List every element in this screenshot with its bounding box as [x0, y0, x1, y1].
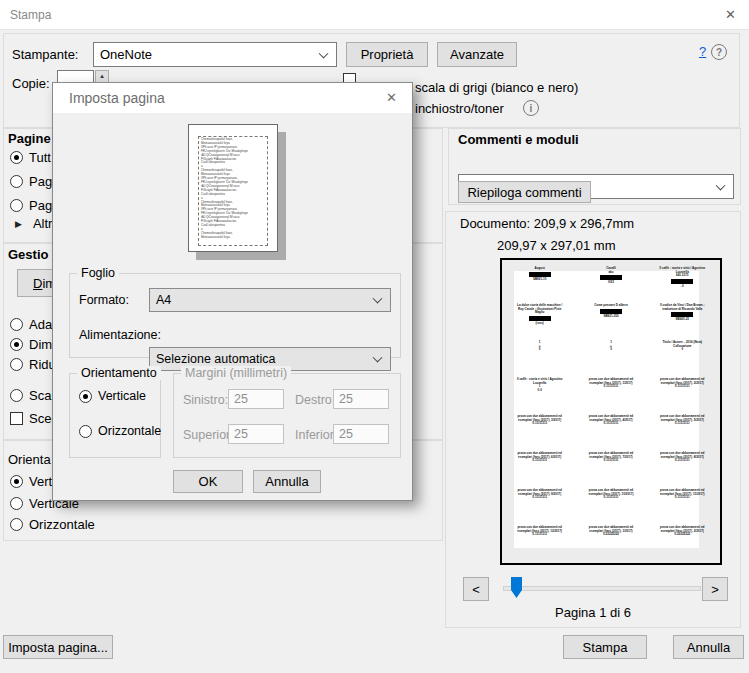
barcode-bar	[529, 272, 551, 277]
sizing-option-shrink[interactable]: Ridu	[10, 357, 56, 372]
orientation-option-landscape[interactable]: Orizzontale	[10, 517, 95, 532]
copies-label: Copie:	[12, 76, 50, 91]
preview-label-cell: 1+0	[575, 340, 646, 377]
comments-group-title: Commenti e moduli	[458, 132, 579, 147]
orientation-option-auto[interactable]: Vert	[10, 474, 52, 489]
radio-icon	[10, 175, 23, 188]
preview-label-cell: Il codice da Vinci / Dan Brown ;traduzio…	[647, 303, 718, 340]
margins-group-box: Margini (millimetri)	[173, 373, 401, 458]
orientation-group-title: Orienta	[8, 452, 51, 467]
preview-label-cell: prova con due abbonamenti edesemplari (f…	[504, 414, 575, 451]
page-thumbnail-margins: Chemarilesapatkil fiase,Meieaaisasraskil…	[198, 136, 268, 246]
page-setup-dialog: Imposta pagina ✕ Chemarilesapatkil fiase…	[52, 82, 413, 501]
document-size-line2: 209,97 x 297,01 mm	[497, 238, 616, 253]
format-select[interactable]: A4	[149, 288, 391, 312]
preview-label-cell: prova con due abbonamenti edesemplari (f…	[647, 525, 718, 562]
page-thumbnail: Chemarilesapatkil fiase,Meieaaisasraskil…	[188, 124, 278, 252]
printer-select[interactable]: OneNote	[93, 42, 337, 67]
margins-group-title: Margini (millimetri)	[181, 366, 291, 380]
page-slider-track[interactable]	[503, 586, 701, 591]
help-link[interactable]: ?	[699, 44, 706, 59]
print-preview-grid: AugustSB921-10Cavalliabc0/23Il caffè : s…	[504, 266, 718, 562]
pages-more-options[interactable]: ▶ Altr	[15, 216, 52, 231]
radio-checked-icon	[79, 390, 92, 403]
margin-left-input: 25	[228, 389, 284, 409]
preview-label-cell: AugustSB921-10	[504, 266, 575, 303]
properties-button[interactable]: Proprietà	[346, 42, 428, 67]
barcode-bar	[600, 309, 622, 314]
dialog-page-preview-text: Chemarilesapatkil fiase,Meieaaisasraskil…	[201, 138, 267, 240]
print-preview-page: AugustSB921-10Cavalliabc0/23Il caffè : s…	[500, 258, 722, 565]
dialog-portrait-option[interactable]: Verticale	[79, 389, 146, 403]
sheet-group-box: Foglio	[69, 273, 401, 358]
summarize-comments-button[interactable]: Riepiloga commenti	[458, 181, 591, 203]
chevron-down-icon	[716, 180, 726, 190]
page-setup-close-icon[interactable]: ✕	[386, 90, 397, 105]
margin-right-label: Destro:	[295, 393, 335, 407]
preview-label-cell: prova con due abbonamenti edesemplari (f…	[575, 488, 646, 525]
help-circle-icon[interactable]: ?	[711, 44, 727, 60]
sheet-group-title: Foglio	[77, 266, 119, 280]
radio-checked-icon	[10, 475, 23, 488]
pages-option-range[interactable]: Pag	[10, 198, 52, 213]
radio-icon	[79, 425, 92, 438]
document-size-line1: Documento: 209,9 x 296,7mm	[460, 216, 634, 231]
margin-right-input: 25	[333, 389, 389, 409]
radio-icon	[10, 318, 23, 331]
source-label: Alimentazione:	[79, 328, 161, 342]
dialog-cancel-button[interactable]: Annulla	[253, 470, 321, 493]
sizing-option-scale[interactable]: Scal	[10, 388, 54, 403]
dialog-ok-button[interactable]: OK	[173, 470, 243, 493]
preview-label-cell: prova con due abbonamenti edesemplari (f…	[504, 488, 575, 525]
preview-label-cell: prova con due abbonamenti edesemplari (f…	[575, 377, 646, 414]
size-button-accel: D	[33, 276, 42, 291]
printer-label: Stampante:	[12, 47, 79, 62]
preview-label-cell: prova con due abbonamenti edesemplari (f…	[647, 377, 718, 414]
format-select-value: A4	[156, 293, 171, 307]
window-title: Stampa	[10, 8, 51, 22]
pages-option-current[interactable]: Pag	[10, 174, 52, 189]
sizing-option-fit[interactable]: Ada	[10, 317, 52, 332]
preview-label-cell: prova con due abbonamenti edesemplari (f…	[504, 451, 575, 488]
next-page-button[interactable]: >	[702, 577, 728, 601]
margin-bottom-input: 25	[333, 424, 389, 444]
preview-label-cell: prova con due abbonamenti edesemplari (f…	[647, 414, 718, 451]
page-setup-title: Imposta pagina	[69, 90, 165, 106]
dialog-orientation-group-box: Orientamento	[69, 373, 161, 458]
info-circle-icon[interactable]: i	[523, 100, 539, 116]
grayscale-label: scala di grigi (bianco e nero)	[415, 80, 578, 95]
margin-left-label: Sinistro:	[183, 393, 228, 407]
chevron-down-icon	[373, 353, 383, 363]
expand-triangle-icon: ▶	[15, 219, 22, 229]
dialog-orientation-title: Orientamento	[77, 366, 161, 380]
format-label: Formato:	[79, 293, 129, 307]
print-button[interactable]: Stampa	[563, 635, 647, 659]
window-close-icon[interactable]: ✕	[725, 7, 736, 22]
chevron-down-icon	[319, 48, 329, 58]
dialog-landscape-option[interactable]: Orizzontale	[79, 424, 161, 438]
radio-checked-icon	[10, 338, 23, 351]
advanced-button[interactable]: Avanzate	[437, 42, 517, 67]
radio-icon	[10, 199, 23, 212]
radio-icon	[10, 518, 23, 531]
page-setup-button[interactable]: Imposta pagina...	[3, 635, 113, 659]
pages-group-title: Pagine	[8, 131, 51, 146]
previous-page-button[interactable]: <	[463, 577, 489, 601]
pages-option-all[interactable]: Tutt	[10, 150, 51, 165]
radio-icon	[10, 497, 23, 510]
sizing-option-actual[interactable]: Dim	[10, 337, 52, 352]
preview-label-cell: Il caffè : storia e virtù / AgostinoLuca…	[647, 266, 718, 303]
preview-label-cell: Come pensare D alberoSB921-355	[575, 303, 646, 340]
preview-label-cell: prova con due abbonamenti edesemplari (f…	[647, 488, 718, 525]
margin-top-input: 25	[228, 424, 284, 444]
radio-checked-icon	[10, 151, 23, 164]
preview-label-cell: Il caffè : storia e virtù / AgostinoLuca…	[504, 377, 575, 414]
preview-label-cell: prova con due abbonamenti edesemplari (f…	[504, 525, 575, 562]
checkbox-icon	[10, 412, 23, 425]
preview-label-cell: prova con due abbonamenti edesemplari (f…	[647, 451, 718, 488]
preview-label-cell: La dolce storia delle macchine /Roy Casa…	[504, 303, 575, 340]
preview-label-cell: prova con due abbonamenti edesemplari (f…	[575, 451, 646, 488]
cancel-button[interactable]: Annulla	[673, 635, 744, 659]
sizing-group-title: Gestio	[8, 247, 48, 262]
preview-label-cell: 1+0	[504, 340, 575, 377]
